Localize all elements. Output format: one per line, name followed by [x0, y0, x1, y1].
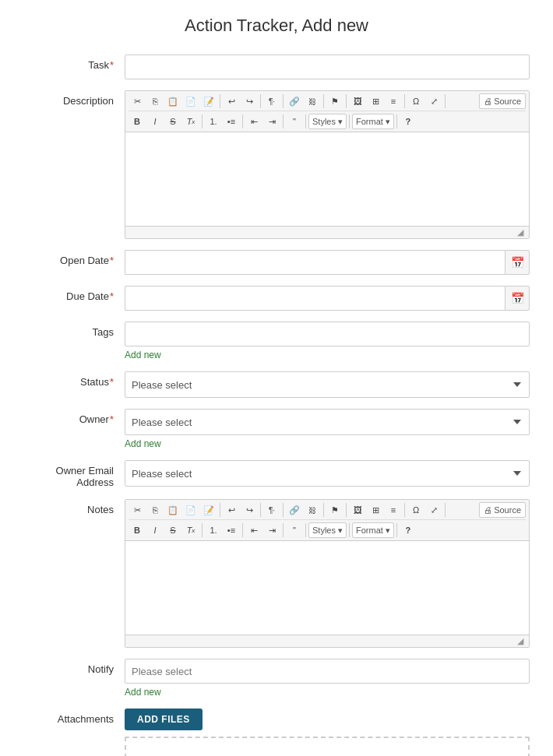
notes-tb-image[interactable]: 🖼: [349, 502, 366, 518]
tb-maximize[interactable]: ⤢: [425, 93, 442, 109]
tags-input[interactable]: [125, 322, 530, 346]
notes-tb-sep7: [445, 503, 446, 517]
due-date-input[interactable]: [125, 286, 505, 311]
tb-source-btn[interactable]: 🖨 Source: [479, 93, 526, 109]
notes-tb-sep2: [260, 503, 261, 517]
tb-styles-dropdown[interactable]: Styles ▾: [308, 114, 347, 129]
notes-tb-remove-format[interactable]: Tx: [182, 522, 199, 538]
notes-tb-indent[interactable]: ⇥: [263, 522, 280, 538]
add-files-button[interactable]: ADD FILES: [125, 709, 203, 730]
notes-tb-table[interactable]: ⊞: [367, 502, 384, 518]
tb-blockquote[interactable]: ": [286, 114, 303, 129]
tb-paste[interactable]: 📋: [164, 93, 181, 109]
open-date-control-wrap: 📅: [125, 250, 530, 275]
tb-indent[interactable]: ⇥: [263, 114, 280, 129]
tags-add-new[interactable]: Add new: [125, 350, 161, 360]
notes-tb-bold[interactable]: B: [129, 522, 146, 538]
notes-tb-anchor[interactable]: ⚑: [326, 502, 343, 518]
notes-tb-sep3: [283, 503, 284, 517]
due-date-calendar-btn[interactable]: 📅: [505, 286, 530, 311]
open-date-calendar-btn[interactable]: 📅: [505, 250, 530, 275]
tb-bold[interactable]: B: [129, 114, 146, 129]
notes-tb-help[interactable]: ?: [400, 522, 417, 538]
notes-tb-strike[interactable]: S: [164, 522, 181, 538]
notes-tb-redo[interactable]: ↪: [241, 502, 258, 518]
tb-sep10: [283, 114, 284, 128]
notes-tb-ol[interactable]: 1.: [205, 522, 222, 538]
tb-copy[interactable]: ⎘: [146, 93, 164, 109]
open-date-label: Open Date*: [23, 250, 125, 266]
notes-tb-italic[interactable]: I: [146, 522, 164, 538]
owner-row: Owner* Please select Add new: [23, 409, 530, 449]
tags-row: Tags Add new: [23, 322, 530, 360]
notes-tb-link[interactable]: 🔗: [286, 502, 303, 518]
tags-label: Tags: [23, 322, 125, 338]
tb-find[interactable]: ¶·: [263, 93, 280, 109]
description-editor-content[interactable]: [125, 132, 529, 226]
notes-tb-undo[interactable]: ↩: [223, 502, 240, 518]
resize-handle: ◢: [517, 228, 527, 237]
tb-ol[interactable]: 1.: [205, 114, 222, 129]
tb-cut[interactable]: ✂: [129, 93, 146, 109]
notes-tb-outdent[interactable]: ⇤: [245, 522, 262, 538]
notes-control-wrap: ✂ ⎘ 📋 📄 📝 ↩ ↪ ¶· 🔗 ⛓ ⚑: [125, 499, 530, 648]
notes-editor-content[interactable]: [125, 541, 529, 635]
status-control-wrap: Please select: [125, 371, 530, 398]
tb-link[interactable]: 🔗: [286, 93, 303, 109]
notes-tb-copy[interactable]: ⎘: [146, 502, 164, 518]
due-date-control-wrap: 📅: [125, 286, 530, 311]
due-date-row: Due Date* 📅: [23, 286, 530, 311]
owner-add-new[interactable]: Add new: [125, 438, 161, 449]
tb-paste-word[interactable]: 📝: [200, 93, 217, 109]
tags-control-wrap: Add new: [125, 322, 530, 360]
notes-tb-format-dropdown[interactable]: Format ▾: [352, 522, 394, 538]
notify-input[interactable]: [125, 659, 530, 684]
attachments-drop-zone[interactable]: [125, 737, 530, 756]
attachments-row: Attachments ADD FILES: [23, 709, 530, 756]
tb-sep9: [242, 114, 243, 128]
tb-special-char[interactable]: Ω: [407, 93, 424, 109]
tb-format-dropdown[interactable]: Format ▾: [352, 114, 394, 129]
tb-help[interactable]: ?: [400, 114, 417, 129]
notes-tb-cut[interactable]: ✂: [129, 502, 146, 518]
status-row: Status* Please select: [23, 371, 530, 398]
notes-tb-sep10: [283, 523, 284, 537]
status-select[interactable]: Please select: [125, 371, 530, 398]
notes-tb-paste[interactable]: 📋: [164, 502, 181, 518]
notes-tb-list[interactable]: ≡: [385, 502, 402, 518]
tb-list[interactable]: ≡: [385, 93, 402, 109]
tb-outdent[interactable]: ⇤: [245, 114, 262, 129]
tb-remove-format[interactable]: Tx: [182, 114, 199, 129]
owner-select[interactable]: Please select: [125, 409, 530, 435]
owner-email-select[interactable]: Please select: [125, 460, 530, 487]
tb-paste-text[interactable]: 📄: [182, 93, 199, 109]
notes-tb-maximize[interactable]: ⤢: [425, 502, 442, 518]
notes-tb-source-btn[interactable]: 🖨 Source: [479, 502, 526, 518]
description-editor: ✂ ⎘ 📋 📄 📝 ↩ ↪ ¶· 🔗 ⛓ ⚑: [125, 90, 530, 239]
tb-anchor[interactable]: ⚑: [326, 93, 343, 109]
notes-tb-special-char[interactable]: Ω: [407, 502, 424, 518]
tb-redo[interactable]: ↪: [241, 93, 258, 109]
notify-add-new[interactable]: Add new: [125, 687, 161, 698]
description-editor-resize: ◢: [125, 226, 529, 238]
notes-tb-paste-word[interactable]: 📝: [200, 502, 217, 518]
notes-tb-unlink[interactable]: ⛓: [304, 502, 321, 518]
notes-tb-paste-text[interactable]: 📄: [182, 502, 199, 518]
notes-tb-blockquote[interactable]: ": [286, 522, 303, 538]
notes-tb-find[interactable]: ¶·: [263, 502, 280, 518]
tb-ul[interactable]: •≡: [223, 114, 240, 129]
tb-unlink[interactable]: ⛓: [304, 93, 321, 109]
notes-tb-sep12: [349, 523, 350, 537]
tb-table[interactable]: ⊞: [367, 93, 384, 109]
tb-undo[interactable]: ↩: [223, 93, 240, 109]
notes-tb-styles-dropdown[interactable]: Styles ▾: [308, 522, 347, 538]
notify-row: Notify Add new: [23, 659, 530, 698]
tb-strike[interactable]: S: [164, 114, 181, 129]
notes-tb-ul[interactable]: •≡: [223, 522, 240, 538]
notes-tb-sep9: [242, 523, 243, 537]
notes-tb-sep6: [404, 503, 405, 517]
task-input[interactable]: [125, 55, 530, 79]
tb-italic[interactable]: I: [146, 114, 164, 129]
tb-image[interactable]: 🖼: [349, 93, 366, 109]
open-date-input[interactable]: [125, 250, 505, 275]
